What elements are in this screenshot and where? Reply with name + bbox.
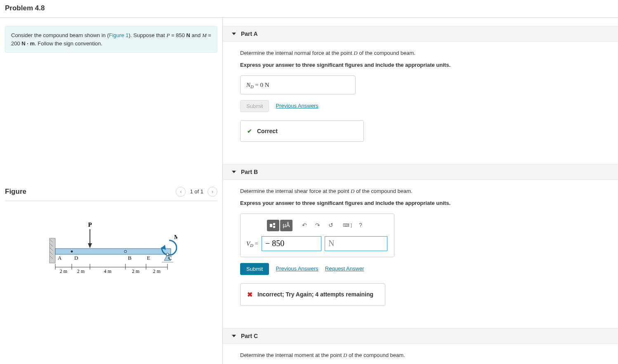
svg-text:M: M bbox=[174, 234, 177, 240]
part-a-body: Determine the internal normal force at t… bbox=[223, 42, 618, 145]
intro-text: Consider the compound beam shown in ( bbox=[11, 32, 109, 38]
figure-nav: ‹ 1 of 1 › bbox=[176, 187, 217, 197]
part-a-feedback: ✔ Correct bbox=[240, 120, 364, 142]
intro-text: . Follow the sign convention. bbox=[35, 40, 102, 47]
collapse-icon bbox=[232, 33, 236, 35]
part-a-directive: Express your answer to three significant… bbox=[240, 61, 612, 70]
incorrect-icon: ✖ bbox=[247, 289, 252, 300]
svg-rect-40 bbox=[273, 226, 275, 228]
submit-button[interactable]: Submit bbox=[240, 100, 269, 112]
help-icon[interactable]: ? bbox=[354, 220, 367, 231]
figure-pager: 1 of 1 bbox=[190, 188, 203, 195]
redo-icon[interactable]: ↷ bbox=[311, 220, 324, 231]
svg-rect-38 bbox=[270, 224, 272, 227]
previous-answers-link[interactable]: Previous Answers bbox=[276, 102, 318, 110]
problem-title: Problem 4.8 bbox=[0, 0, 618, 18]
figure-prev-button[interactable]: ‹ bbox=[176, 187, 186, 197]
collapse-icon bbox=[232, 335, 236, 337]
svg-text:B: B bbox=[128, 255, 132, 261]
feedback-text: Correct bbox=[257, 127, 278, 136]
part-c-title: Part C bbox=[241, 333, 258, 339]
figure-header: Figure ‹ 1 of 1 › bbox=[5, 187, 217, 201]
part-b-title: Part B bbox=[241, 169, 258, 175]
figure-section: Figure ‹ 1 of 1 › bbox=[5, 187, 217, 301]
point-var: D bbox=[354, 50, 357, 56]
part-c-header[interactable]: Part C bbox=[223, 328, 618, 344]
keyboard-icon[interactable]: ⌨ ] bbox=[341, 220, 354, 231]
part-b-body: Determine the internal shear force at th… bbox=[223, 180, 618, 309]
equation-toolbar: µÅ ↶ ↷ ↺ ⌨ ] ? bbox=[267, 220, 388, 231]
intro-text: and bbox=[190, 32, 202, 38]
undo-icon[interactable]: ↶ bbox=[298, 220, 311, 231]
svg-text:2 m: 2 m bbox=[153, 268, 160, 274]
svg-point-7 bbox=[71, 250, 73, 252]
feedback-text: Incorrect; Try Again; 4 attempts remaini… bbox=[257, 290, 373, 299]
intro-text: ). Suppose that bbox=[129, 32, 167, 38]
reset-icon[interactable]: ↺ bbox=[325, 220, 337, 231]
collapse-icon bbox=[232, 171, 236, 173]
part-a-buttons: Submit Previous Answers bbox=[240, 100, 612, 112]
figure-link[interactable]: Figure 1 bbox=[109, 32, 129, 38]
svg-text:2 m: 2 m bbox=[77, 268, 85, 274]
problem-intro: Consider the compound beam shown in (Fig… bbox=[5, 26, 217, 53]
svg-text:E: E bbox=[147, 255, 150, 261]
part-c-prompt: Determine the internal moment at the poi… bbox=[240, 351, 612, 360]
svg-text:P: P bbox=[88, 221, 92, 228]
right-pane: Part A Determine the internal normal for… bbox=[223, 18, 618, 364]
figure-next-button[interactable]: › bbox=[208, 187, 217, 197]
svg-text:4 m: 4 m bbox=[104, 268, 111, 274]
correct-icon: ✔ bbox=[247, 127, 252, 136]
unit-input[interactable] bbox=[325, 236, 387, 251]
previous-answers-link[interactable]: Previous Answers bbox=[276, 265, 318, 273]
svg-text:2 m: 2 m bbox=[132, 268, 139, 274]
part-b-buttons: Submit Previous Answers Request Answer bbox=[240, 263, 612, 275]
part-a-header[interactable]: Part A bbox=[223, 26, 618, 42]
svg-text:2 m: 2 m bbox=[59, 268, 67, 274]
templates-icon[interactable] bbox=[267, 220, 279, 231]
svg-marker-10 bbox=[88, 243, 92, 248]
part-b-directive: Express your answer to three significant… bbox=[240, 199, 612, 208]
value-input[interactable] bbox=[262, 236, 321, 251]
svg-text:A: A bbox=[58, 255, 62, 261]
point-var: D bbox=[343, 352, 347, 358]
part-b-header[interactable]: Part B bbox=[223, 164, 618, 180]
submit-button[interactable]: Submit bbox=[240, 263, 269, 275]
svg-text:D: D bbox=[74, 255, 78, 261]
intro-text: = 850 bbox=[170, 32, 186, 38]
figure-image: P M A D B E C bbox=[5, 201, 217, 301]
equation-row: VD = bbox=[246, 236, 388, 251]
units-icon[interactable]: µÅ bbox=[280, 220, 292, 231]
svg-rect-39 bbox=[273, 223, 275, 225]
var-M: M bbox=[202, 32, 207, 38]
svg-text:C: C bbox=[168, 255, 172, 261]
figure-heading: Figure bbox=[5, 188, 26, 196]
eq-label: VD = bbox=[246, 239, 258, 249]
part-a-answer: ND = 0 N bbox=[240, 75, 356, 94]
part-c-body: Determine the internal moment at the poi… bbox=[223, 344, 618, 363]
unit-N: N bbox=[186, 32, 190, 38]
part-b-input-box: µÅ ↶ ↷ ↺ ⌨ ] ? VD = bbox=[240, 214, 394, 257]
main-layout: Consider the compound beam shown in (Fig… bbox=[0, 18, 618, 364]
part-b-prompt: Determine the internal shear force at th… bbox=[240, 187, 612, 196]
part-a-prompt: Determine the internal normal force at t… bbox=[240, 49, 612, 58]
left-pane: Consider the compound beam shown in (Fig… bbox=[0, 18, 223, 364]
beam-diagram: P M A D B E C bbox=[45, 218, 177, 284]
request-answer-link[interactable]: Request Answer bbox=[325, 265, 364, 273]
unit-Nm: N · m bbox=[21, 40, 35, 47]
part-a-title: Part A bbox=[241, 31, 258, 37]
part-b-feedback: ✖ Incorrect; Try Again; 4 attempts remai… bbox=[240, 283, 385, 306]
